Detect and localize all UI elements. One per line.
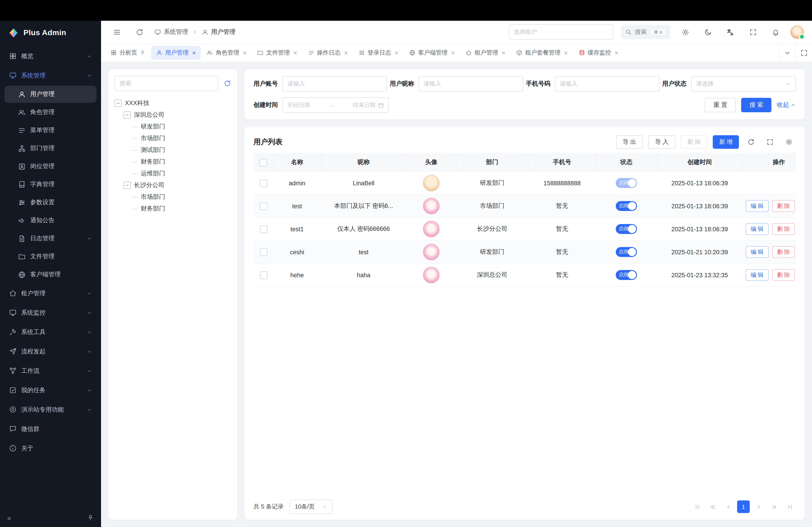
user-avatar-menu[interactable]: [791, 25, 804, 39]
notifications-button[interactable]: [768, 24, 783, 40]
tree-node[interactable]: 运维部门: [115, 168, 231, 179]
created-range-input[interactable]: 开始日期 → 结束日期: [282, 97, 389, 113]
next-jump-button[interactable]: [768, 500, 780, 513]
reset-button[interactable]: 重 置: [705, 98, 736, 112]
collapse-filter-link[interactable]: 收起: [777, 101, 796, 109]
tab-operation-log[interactable]: 操作日志×: [303, 46, 352, 60]
tree-node[interactable]: 长沙分公司: [115, 179, 231, 191]
page-size-select[interactable]: 10条/页: [290, 499, 332, 514]
sidebar-item-system-mgmt[interactable]: 系统管理: [4, 66, 97, 85]
phone-input[interactable]: 请输入: [555, 76, 659, 91]
sidebar-item-demo-features[interactable]: 演示站专用功能: [4, 400, 97, 419]
last-page-button[interactable]: [783, 500, 796, 513]
status-select[interactable]: 请选择: [691, 76, 796, 91]
refresh-page-button[interactable]: [132, 24, 147, 40]
tab-role-mgmt[interactable]: 角色管理×: [202, 46, 251, 60]
row-checkbox[interactable]: [260, 248, 267, 256]
tab-login-log[interactable]: 登录日志×: [354, 46, 403, 60]
account-input[interactable]: 请输入: [282, 76, 387, 91]
sidebar-item-system-monitor[interactable]: 系统监控: [4, 303, 97, 322]
dark-mode-toggle[interactable]: [700, 24, 715, 40]
sidebar-item-notice[interactable]: 通知公告: [4, 212, 97, 229]
tree-node[interactable]: 市场部门: [115, 191, 231, 203]
tree-expand-toggle[interactable]: [124, 111, 131, 119]
sidebar-item-workflow[interactable]: 工作流: [4, 362, 97, 380]
tenant-select[interactable]: 选择租户: [509, 24, 613, 40]
menu-toggle-button[interactable]: [109, 24, 125, 40]
sidebar-item-about[interactable]: 关于: [4, 439, 97, 457]
tab-user-mgmt[interactable]: 用户管理×: [151, 46, 201, 60]
settings-button[interactable]: [678, 24, 693, 40]
tab-client-mgmt[interactable]: 客户端管理×: [404, 46, 460, 60]
sidebar-item-wechat-group[interactable]: 微信群: [4, 420, 97, 438]
status-toggle[interactable]: 启用: [616, 270, 637, 280]
sidebar-item-overview[interactable]: 概览: [4, 47, 97, 65]
tree-search-input[interactable]: 搜索: [115, 76, 218, 91]
fullscreen-button[interactable]: [745, 24, 760, 40]
table-settings-button[interactable]: [782, 135, 796, 149]
delete-button[interactable]: 删 除: [681, 135, 708, 149]
breadcrumb-user-mgmt[interactable]: 用户管理: [202, 28, 235, 36]
prev-page-button[interactable]: [722, 500, 735, 513]
status-toggle[interactable]: 启用: [616, 201, 637, 211]
tab-tenant-package-mgmt[interactable]: 租户套餐管理×: [511, 46, 573, 60]
sidebar-item-tenant-mgmt[interactable]: 租户管理: [4, 284, 97, 302]
next-page-button[interactable]: [752, 500, 765, 513]
sidebar-item-param-settings[interactable]: 参数设置: [4, 194, 97, 211]
sidebar-item-post-mgmt[interactable]: 岗位管理: [4, 158, 97, 175]
delete-button[interactable]: 删 除: [772, 269, 795, 281]
tab-close-icon[interactable]: ×: [243, 49, 246, 56]
delete-button[interactable]: 删 除: [772, 246, 795, 258]
prev-jump-button[interactable]: [707, 500, 719, 513]
tree-node[interactable]: 研发部门: [115, 121, 231, 133]
sidebar-item-menu-mgmt[interactable]: 菜单管理: [4, 122, 97, 139]
page-1-button[interactable]: 1: [737, 500, 750, 513]
tree-expand-toggle[interactable]: [124, 182, 131, 189]
tab-close-icon[interactable]: ×: [395, 49, 398, 56]
sidebar-item-user-mgmt[interactable]: 用户管理: [4, 86, 97, 103]
tab-close-icon[interactable]: ×: [451, 49, 455, 56]
sidebar-item-dict-mgmt[interactable]: 字典管理: [4, 176, 97, 193]
tab-close-icon[interactable]: ×: [293, 49, 297, 56]
status-toggle[interactable]: 启用: [616, 224, 637, 234]
tree-refresh-button[interactable]: [224, 80, 231, 87]
tree-node[interactable]: 财务部门: [115, 156, 231, 168]
sidebar-item-file-mgmt[interactable]: 文件管理: [4, 248, 97, 265]
tree-node[interactable]: 深圳总公司: [115, 109, 231, 121]
tab-close-icon[interactable]: ×: [502, 49, 505, 56]
tree-node[interactable]: 测试部门: [115, 144, 231, 156]
edit-button[interactable]: 编 辑: [746, 246, 768, 258]
app-logo[interactable]: Plus Admin: [0, 21, 101, 45]
export-button[interactable]: 导 出: [616, 135, 643, 149]
row-checkbox[interactable]: [260, 179, 267, 187]
sidebar-item-system-tools[interactable]: 系统工具: [4, 323, 97, 341]
tree-expand-toggle[interactable]: [115, 100, 122, 107]
tree-node[interactable]: 财务部门: [115, 203, 231, 215]
import-button[interactable]: 导 入: [648, 135, 675, 149]
status-toggle[interactable]: 启用: [616, 178, 637, 188]
sidebar-item-log-mgmt[interactable]: 日志管理: [4, 230, 97, 247]
tab-tenant-mgmt[interactable]: 租户管理×: [461, 46, 510, 60]
table-fullscreen-button[interactable]: [763, 135, 777, 149]
row-checkbox[interactable]: [260, 271, 267, 279]
tab-file-mgmt[interactable]: 文件管理×: [252, 46, 302, 60]
sidebar-item-process-start[interactable]: 流程发起: [4, 342, 97, 361]
tabs-fullscreen-button[interactable]: [795, 44, 812, 62]
tabs-menu-button[interactable]: [779, 44, 795, 62]
edit-button[interactable]: 编 辑: [746, 223, 768, 235]
language-switch-button[interactable]: [723, 24, 738, 40]
sidebar-item-my-tasks[interactable]: 我的任务: [4, 381, 97, 400]
sidebar-collapse-button[interactable]: «: [7, 514, 11, 521]
global-search-button[interactable]: 搜索 ⌘ K: [621, 25, 670, 39]
sidebar-item-dept-mgmt[interactable]: 部门管理: [4, 140, 97, 157]
table-refresh-button[interactable]: [744, 135, 758, 149]
edit-button[interactable]: 编 辑: [746, 200, 768, 212]
tab-close-icon[interactable]: ×: [344, 49, 348, 56]
select-all-checkbox[interactable]: [260, 159, 267, 166]
sidebar-item-role-mgmt[interactable]: 角色管理: [4, 104, 97, 121]
tree-node[interactable]: XXX科技: [115, 97, 231, 109]
tab-close-icon[interactable]: ×: [615, 49, 618, 56]
tab-close-icon[interactable]: ×: [564, 49, 568, 56]
add-button[interactable]: 新 增: [713, 135, 739, 149]
tab-close-icon[interactable]: ×: [192, 49, 196, 56]
